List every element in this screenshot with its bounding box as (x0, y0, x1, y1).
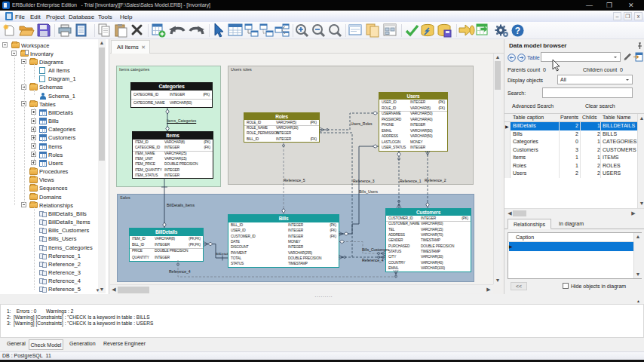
svg-text:?: ? (515, 26, 520, 36)
